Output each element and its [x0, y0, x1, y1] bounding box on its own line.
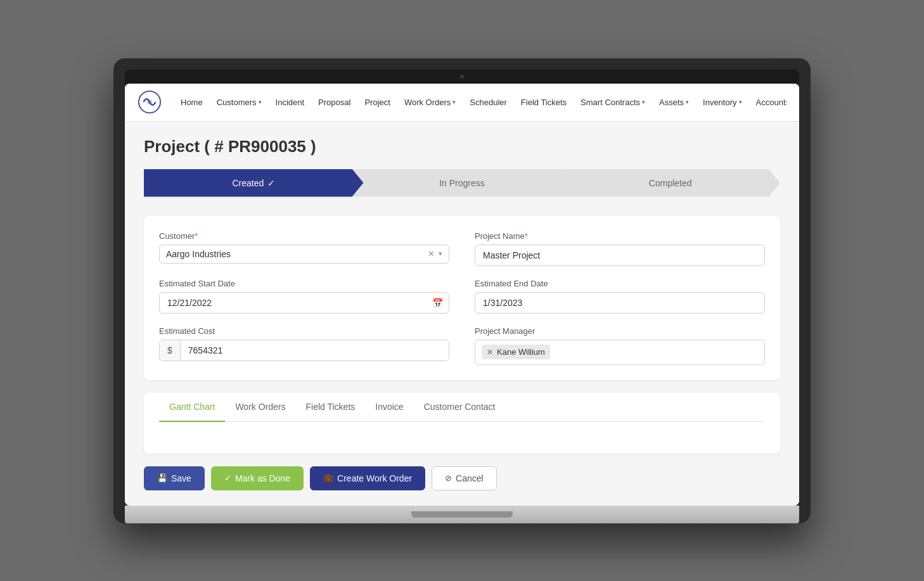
nav-home[interactable]: Home: [174, 94, 209, 111]
nav-scheduler[interactable]: Scheduler: [463, 94, 513, 111]
save-icon: 💾: [157, 473, 167, 483]
project-manager-group: Project Manager ✕ Kane Willium: [475, 326, 765, 365]
page-title: Project ( # PR900035 ): [144, 137, 780, 156]
check-icon: ✓: [267, 178, 275, 188]
form-section: Customer* ✕ ▾: [144, 216, 780, 380]
est-cost-group: Estimated Cost $: [159, 326, 449, 365]
create-work-order-button[interactable]: 💼 Create Work Order: [310, 466, 425, 490]
nav-items: Home Customers ▾ Incident Proposal Proje…: [174, 94, 786, 111]
step-completed[interactable]: Completed: [560, 169, 780, 197]
est-end-input[interactable]: [475, 292, 765, 314]
nav-field-tickets[interactable]: Field Tickets: [515, 94, 573, 111]
calendar-icon[interactable]: 📅: [432, 298, 443, 308]
nav-inventory[interactable]: Inventory ▾: [696, 94, 748, 111]
est-cost-label: Estimated Cost: [159, 326, 449, 336]
tabs-section: Gantt Chart Work Orders Field Tickets In…: [144, 393, 780, 454]
customer-actions: ✕ ▾: [428, 249, 442, 259]
nav-work-orders[interactable]: Work Orders ▾: [398, 94, 462, 111]
cancel-icon: ⊘: [445, 473, 452, 483]
chevron-down-icon: ▾: [452, 99, 456, 105]
customer-input-wrapper[interactable]: ✕ ▾: [159, 245, 449, 264]
cost-input-wrapper: $: [159, 340, 449, 361]
chevron-down-icon: ▾: [642, 99, 645, 105]
nav-proposal[interactable]: Proposal: [312, 94, 357, 111]
dollar-symbol: $: [160, 340, 181, 361]
project-name-group: Project Name*: [475, 231, 765, 266]
est-end-label: Estimated End Date: [475, 279, 765, 288]
save-button[interactable]: 💾 Save: [144, 466, 205, 490]
chevron-down-icon: ▾: [686, 99, 689, 105]
tab-invoice[interactable]: Invoice: [365, 393, 413, 422]
tab-field-tickets[interactable]: Field Tickets: [295, 393, 365, 422]
manager-name: Kane Willium: [497, 347, 545, 357]
step-created[interactable]: Created ✓: [144, 169, 364, 197]
laptop-notch: [411, 511, 513, 518]
check-icon: ✓: [224, 473, 231, 483]
camera: [460, 75, 464, 79]
nav-customers[interactable]: Customers ▾: [210, 94, 268, 111]
tab-gantt-chart[interactable]: Gantt Chart: [159, 393, 225, 422]
briefcase-icon: 💼: [323, 473, 333, 483]
mark-as-done-button[interactable]: ✓ Mark as Done: [211, 466, 304, 490]
est-start-input[interactable]: [159, 292, 449, 314]
step-in-progress[interactable]: In Progress: [352, 169, 572, 197]
progress-steps: Created ✓ In Progress Completed: [144, 169, 780, 197]
est-end-group: Estimated End Date: [475, 279, 765, 314]
nav-incident[interactable]: Incident: [269, 94, 311, 111]
customer-group: Customer* ✕ ▾: [159, 231, 449, 266]
tabs-header: Gantt Chart Work Orders Field Tickets In…: [159, 393, 765, 422]
nav-project[interactable]: Project: [358, 94, 396, 111]
cancel-button[interactable]: ⊘ Cancel: [432, 466, 497, 490]
est-start-group: Estimated Start Date 📅: [159, 279, 449, 314]
manager-wrapper[interactable]: ✕ Kane Willium: [475, 340, 765, 365]
action-buttons: 💾 Save ✓ Mark as Done 💼 Create Work Orde…: [144, 466, 780, 490]
est-start-label: Estimated Start Date: [159, 279, 449, 288]
remove-manager-icon[interactable]: ✕: [487, 348, 493, 357]
est-start-input-wrapper: 📅: [159, 292, 449, 314]
tab-work-orders[interactable]: Work Orders: [225, 393, 295, 422]
svg-point-1: [147, 99, 152, 105]
chevron-down-icon: ▾: [739, 99, 742, 105]
project-name-input[interactable]: [475, 245, 765, 266]
customer-label: Customer*: [159, 231, 449, 241]
nav-smart-contracts[interactable]: Smart Contracts ▾: [574, 94, 651, 111]
nav-accounts[interactable]: Accounts ▾: [750, 94, 786, 111]
navbar: Home Customers ▾ Incident Proposal Proje…: [125, 84, 799, 122]
customer-input[interactable]: [166, 249, 423, 259]
clear-icon[interactable]: ✕: [428, 249, 435, 259]
chevron-down-icon[interactable]: ▾: [439, 250, 442, 258]
nav-assets[interactable]: Assets ▾: [653, 94, 695, 111]
project-name-label: Project Name*: [475, 231, 765, 241]
manager-tag: ✕ Kane Willium: [482, 345, 550, 359]
brand-logo[interactable]: [138, 90, 162, 114]
project-manager-label: Project Manager: [475, 326, 765, 336]
chevron-down-icon: ▾: [259, 99, 262, 105]
tab-content: [159, 422, 765, 454]
cost-input[interactable]: [181, 340, 449, 361]
tab-customer-contact[interactable]: Customer Contact: [414, 393, 506, 422]
